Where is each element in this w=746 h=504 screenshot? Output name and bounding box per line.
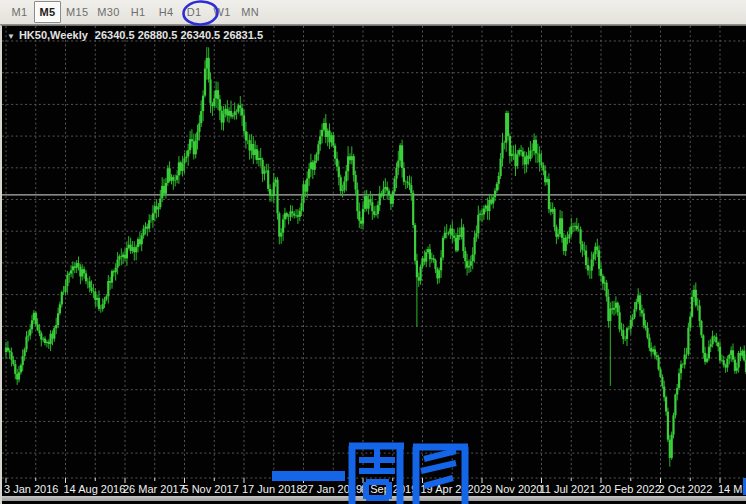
timeframe-button-w1[interactable]: W1	[209, 1, 236, 23]
window-bottom-border	[2, 496, 746, 501]
timeframe-button-mn[interactable]: MN	[237, 1, 264, 23]
symbol-dropdown-icon: ▼	[7, 32, 15, 41]
x-axis-ticks	[6, 478, 720, 483]
price-chart[interactable]	[2, 26, 746, 504]
chart-symbol-period: HK50,Weekly	[19, 29, 88, 41]
timeframe-button-m15[interactable]: M15	[62, 1, 92, 23]
timeframe-button-m30[interactable]: M30	[93, 1, 123, 23]
timeframe-button-h1[interactable]: H1	[125, 1, 152, 23]
chart-title: ▼HK50,Weekly26340.5 26880.5 26340.5 2683…	[7, 29, 263, 41]
timeframe-button-m5[interactable]: M5	[34, 1, 61, 23]
candles-layer	[6, 47, 746, 467]
timeframe-button-m1[interactable]: M1	[6, 1, 33, 23]
chart-window: ▼HK50,Weekly26340.5 26880.5 26340.5 2683…	[0, 25, 746, 504]
timeframe-toolbar: M1 M5 M15 M30 H1 H4 D1 W1 MN	[0, 0, 746, 25]
timeframe-button-d1[interactable]: D1	[181, 1, 208, 23]
grid-layer	[2, 26, 746, 478]
screenshot-root: { "toolbar": { "timeframes": [ {"label":…	[0, 0, 746, 504]
timeframe-button-h4[interactable]: H4	[153, 1, 180, 23]
chart-ohlc-quotes: 26340.5 26880.5 26340.5 26831.5	[95, 29, 263, 41]
